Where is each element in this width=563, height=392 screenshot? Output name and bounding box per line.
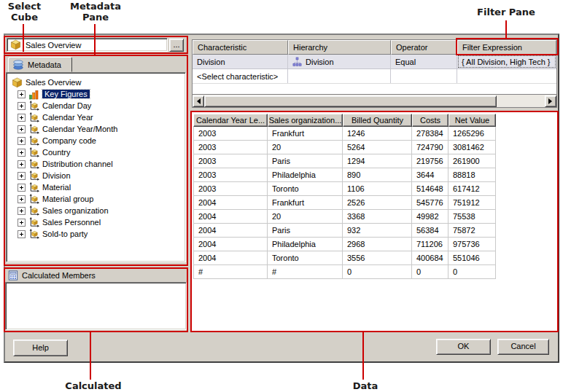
data-row[interactable]: 2003 Paris 1294 219756 261900 — [193, 154, 496, 168]
data-col-net-value[interactable]: Net Value — [449, 114, 496, 127]
data-col-costs[interactable]: Costs — [412, 114, 449, 127]
tree-item-key-figures[interactable]: Key Figures — [7, 88, 185, 100]
expand-plus-icon[interactable] — [18, 125, 26, 133]
cell-calendar-year[interactable]: 2003 — [193, 168, 268, 182]
filter-cell-characteristic[interactable]: Division — [193, 55, 288, 68]
cell-sales-organization[interactable]: Paris — [268, 154, 343, 168]
cell-calendar-year[interactable]: 2003 — [193, 154, 268, 168]
tree-item-characteristic[interactable]: Distribution channel — [7, 158, 185, 170]
cell-billed-quantity[interactable]: 2526 — [343, 196, 412, 210]
cell-sales-organization[interactable]: Frankfurt — [268, 127, 343, 141]
filter-row-placeholder[interactable]: <Select characteristic> — [193, 69, 556, 84]
cell-billed-quantity[interactable]: 1246 — [343, 127, 412, 141]
cell-net-value[interactable]: 261900 — [449, 154, 496, 168]
tree-item-characteristic[interactable]: Country — [7, 146, 185, 158]
cell-costs[interactable]: 219756 — [412, 154, 449, 168]
data-col-billed-quantity[interactable]: Billed Quantity — [343, 114, 412, 127]
tree-item-characteristic[interactable]: Sold-to party — [7, 228, 185, 240]
expand-plus-icon[interactable] — [18, 102, 26, 110]
cell-sales-organization[interactable]: Philadelphia — [268, 168, 343, 182]
cell-net-value[interactable]: 88818 — [449, 168, 496, 182]
cell-costs[interactable]: 278384 — [412, 127, 449, 141]
filter-col-operator[interactable]: Operator — [391, 40, 457, 55]
cell-net-value[interactable]: 975736 — [449, 238, 496, 251]
data-col-calendar-year[interactable]: Calendar Year Le... — [193, 114, 268, 127]
data-row[interactable]: 2003 Frankfurt 1246 278384 1265296 — [193, 127, 496, 141]
expand-plus-icon[interactable] — [18, 195, 26, 203]
filter-row-division[interactable]: Division Division Equal { All Division, … — [193, 55, 556, 69]
tree-item-characteristic[interactable]: Division — [7, 170, 185, 181]
tree-item-characteristic[interactable]: Calendar Year — [7, 111, 185, 123]
cell-billed-quantity[interactable]: 0 — [343, 265, 412, 279]
metadata-tree[interactable]: Sales Overview Key Figures — [6, 72, 186, 262]
data-row[interactable]: 2003 20 5264 724790 3081462 — [193, 141, 496, 154]
filter-col-characteristic[interactable]: Characteristic — [193, 40, 288, 55]
filter-cell-expression[interactable]: { All Division, High Tech } — [457, 55, 556, 68]
filter-cell-hierarchy[interactable]: Division — [288, 55, 391, 68]
expand-plus-icon[interactable] — [18, 137, 26, 145]
cell-sales-organization[interactable]: Toronto — [268, 182, 343, 196]
data-col-sales-organization[interactable]: Sales organization... — [268, 114, 343, 127]
cell-billed-quantity[interactable]: 2968 — [343, 238, 412, 251]
cell-net-value[interactable]: 1265296 — [449, 127, 496, 141]
cell-sales-organization[interactable]: 20 — [268, 210, 343, 224]
cell-billed-quantity[interactable]: 932 — [343, 224, 412, 238]
expand-plus-icon[interactable] — [18, 219, 26, 227]
expand-plus-icon[interactable] — [18, 230, 26, 238]
tree-item-characteristic[interactable]: Sales organization — [7, 205, 185, 216]
data-row[interactable]: 2003 Toronto 1106 514648 617412 — [193, 182, 496, 196]
filter-col-filter-expression[interactable]: Filter Expression — [457, 40, 556, 55]
tree-item-characteristic[interactable]: Sales Personnel — [7, 216, 185, 228]
cell-calendar-year[interactable]: 2004 — [193, 251, 268, 265]
tab-metadata[interactable]: Metadata — [8, 57, 72, 72]
cell-calendar-year[interactable]: 2004 — [193, 224, 268, 238]
cell-costs[interactable]: 545776 — [412, 196, 449, 210]
data-row[interactable]: 2004 Paris 932 56384 75872 — [193, 224, 496, 238]
cell-net-value[interactable]: 75872 — [449, 224, 496, 238]
browse-cube-button[interactable]: ... — [169, 39, 184, 52]
cell-costs[interactable]: 0 — [412, 265, 449, 279]
cell-net-value[interactable]: 0 — [449, 265, 496, 279]
cell-calendar-year[interactable]: 2003 — [193, 141, 268, 154]
expand-plus-icon[interactable] — [18, 114, 26, 122]
expand-plus-icon[interactable] — [18, 172, 26, 180]
cell-calendar-year[interactable]: 2003 — [193, 127, 268, 141]
cell-net-value[interactable]: 617412 — [449, 182, 496, 196]
expand-plus-icon[interactable] — [18, 149, 26, 157]
cell-calendar-year[interactable]: 2004 — [193, 210, 268, 224]
filter-horizontal-scrollbar[interactable] — [193, 94, 556, 107]
cell-sales-organization[interactable]: # — [268, 265, 343, 279]
calculated-members-list[interactable] — [5, 282, 187, 330]
cell-sales-organization[interactable]: Philadelphia — [268, 238, 343, 251]
cell-costs[interactable]: 56384 — [412, 224, 449, 238]
cell-net-value[interactable]: 551046 — [449, 251, 496, 265]
cell-sales-organization[interactable]: Toronto — [268, 251, 343, 265]
cell-costs[interactable]: 49982 — [412, 210, 449, 224]
cell-calendar-year[interactable]: # — [193, 265, 268, 279]
tree-item-characteristic[interactable]: Calendar Day — [7, 100, 185, 111]
cell-costs[interactable]: 711206 — [412, 238, 449, 251]
expand-plus-icon[interactable] — [18, 160, 26, 168]
cell-net-value[interactable]: 75538 — [449, 210, 496, 224]
cube-selector[interactable]: Sales Overview — [7, 38, 168, 52]
expand-plus-icon[interactable] — [18, 184, 26, 192]
cell-sales-organization[interactable]: Frankfurt — [268, 196, 343, 210]
cell-calendar-year[interactable]: 2003 — [193, 182, 268, 196]
tree-item-characteristic[interactable]: Material group — [7, 193, 185, 205]
ok-button[interactable]: OK — [436, 339, 491, 355]
data-row[interactable]: 2003 Philadelphia 890 3644 88818 — [193, 168, 496, 182]
scroll-right-button[interactable] — [545, 95, 556, 107]
cell-billed-quantity[interactable]: 3368 — [343, 210, 412, 224]
select-characteristic-cell[interactable]: <Select characteristic> — [193, 69, 288, 83]
cell-net-value[interactable]: 751912 — [449, 196, 496, 210]
cancel-button[interactable]: Cancel — [497, 339, 549, 355]
cell-calendar-year[interactable]: 2004 — [193, 196, 268, 210]
data-row[interactable]: 2004 Toronto 3556 400684 551046 — [193, 251, 496, 265]
tree-item-characteristic[interactable]: Calendar Year/Month — [7, 123, 185, 135]
filter-cell-operator[interactable]: Equal — [391, 55, 457, 68]
cell-billed-quantity[interactable]: 890 — [343, 168, 412, 182]
cell-billed-quantity[interactable]: 3556 — [343, 251, 412, 265]
cell-billed-quantity[interactable]: 5264 — [343, 141, 412, 154]
cell-sales-organization[interactable]: 20 — [268, 141, 343, 154]
scroll-left-button[interactable] — [193, 95, 204, 107]
